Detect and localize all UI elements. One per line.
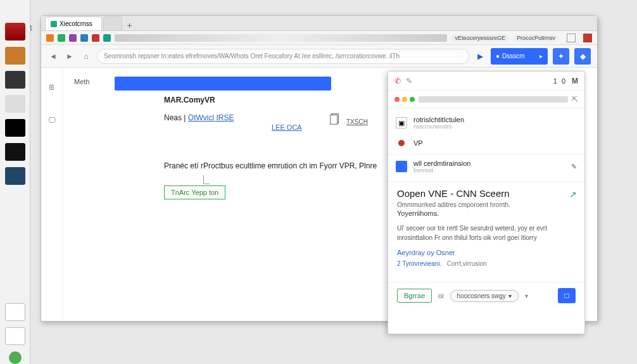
item-app-icon xyxy=(396,161,407,172)
close-icon[interactable] xyxy=(394,97,400,102)
minimize-icon[interactable] xyxy=(402,97,407,102)
highlight-banner[interactable] xyxy=(115,77,331,91)
item-record-icon xyxy=(396,137,407,149)
taskbar-app-9[interactable] xyxy=(5,327,25,345)
address-bar[interactable]: Seomronsh repsner tn:eates efrefrnoves/W… xyxy=(97,49,469,64)
browser-toolbar: ◄ ► ⌂ Seomronsh repsner tn:eates efrefrn… xyxy=(41,45,597,68)
panel-item-2[interactable]: VP xyxy=(388,134,584,153)
side-panel-subheader: ⇱ xyxy=(388,91,584,108)
chevron-down-icon[interactable]: ▾ xyxy=(525,292,528,299)
home-button[interactable]: ⌂ xyxy=(80,51,92,62)
panel-list: ▣ rotrisIchtitIctulen nsscrocnenstrs VP … xyxy=(388,108,584,181)
taskbar-app-1[interactable] xyxy=(5,23,25,41)
bookmark-icon[interactable] xyxy=(58,34,65,42)
bookmark-icon[interactable] xyxy=(103,34,111,42)
left-rail: 🗎 🖵 xyxy=(41,68,63,321)
panel-subtitle2: Yoyerriihoms. xyxy=(397,210,576,217)
bookmark-bar: vEteoceryesssreGE PrococPutIrnsv xyxy=(41,31,597,45)
link-leeoca[interactable]: LEE OCA xyxy=(272,123,302,131)
pill-dot: ● xyxy=(496,53,500,60)
panel-item-1[interactable]: ▣ rotrisIchtitIctulen nsscrocnenstrs xyxy=(388,112,584,134)
panel-meta-grey: Corrt,virrusion xyxy=(447,260,487,267)
side-panel: ✆ ✎ 1 0 M ⇱ ▣ rotrisIchtitIctulen nsscro… xyxy=(388,71,585,334)
tab-label: Xiecotcrnss xyxy=(60,20,92,27)
panel-body: Oopen VNE - CNN Sceern ↗ Ommmurrked adit… xyxy=(388,181,584,282)
taskbar-app-10[interactable] xyxy=(9,351,22,364)
right-tab-1[interactable]: vEteoceryesssreGE xyxy=(451,34,509,42)
subheading-link[interactable]: OtWvicl IRSE xyxy=(188,113,234,122)
extension-pill[interactable]: ● Dssscm ▸ xyxy=(491,48,548,65)
tag-box[interactable]: TnArc Yepp ton xyxy=(164,185,225,199)
bookmark-icon[interactable] xyxy=(46,34,54,42)
anchor-line xyxy=(203,175,210,184)
divider xyxy=(388,154,584,154)
back-button[interactable]: ◄ xyxy=(47,51,59,62)
primary-action-button[interactable]: Bgrrae xyxy=(397,289,432,303)
edit-icon[interactable]: ✎ xyxy=(406,77,412,85)
link-txsch[interactable]: TXSCH xyxy=(346,118,368,125)
paragraph: Pranéc etí rProctbus ecultlime emrution … xyxy=(164,161,377,170)
panel-title-blurred xyxy=(419,96,568,103)
taskbar-app-7[interactable] xyxy=(5,167,25,185)
taskbar-app-4[interactable] xyxy=(5,95,25,113)
chevron-down-icon: ▾ xyxy=(508,292,512,299)
subheading-prefix: Neas | xyxy=(164,113,186,122)
close-window-icon[interactable] xyxy=(583,34,592,42)
browser-tab-inactive[interactable] xyxy=(103,16,122,30)
panel-m-icon[interactable]: M xyxy=(572,77,578,85)
open-external-icon[interactable]: ↗ xyxy=(569,189,577,199)
item-subtitle: bsnnsst xyxy=(413,167,470,173)
taskbar-app-6[interactable] xyxy=(5,143,25,161)
panel-item-3[interactable]: wll cerdmtirainsion bsnnsst ✎ xyxy=(388,156,584,177)
new-tab-button[interactable]: + xyxy=(123,20,136,30)
dropdown-pill[interactable]: hoocosners swgy ▾ xyxy=(450,290,519,302)
bookmark-icon[interactable] xyxy=(69,34,77,42)
panel-title: Oopen VNE - CNN Sceern ↗ xyxy=(397,188,576,199)
panel-subtitle1: Ommmurrked aditres cmporoent hrorrth. xyxy=(397,201,576,208)
item-title: VP xyxy=(413,139,423,147)
phone-icon[interactable]: ✆ xyxy=(394,77,401,85)
pin-icon[interactable]: ⇱ xyxy=(572,95,578,104)
toolbar-icon-2[interactable]: ◆ xyxy=(574,48,591,65)
taskbar-app-2[interactable] xyxy=(5,47,25,65)
flag-icon[interactable] xyxy=(567,34,576,42)
taskbar-app-5[interactable] xyxy=(5,119,25,137)
panel-link[interactable]: Aeyrdray oy Osner xyxy=(397,249,576,256)
document-stack-icon[interactable] xyxy=(329,112,343,126)
rail-display-icon[interactable]: 🖵 xyxy=(48,116,56,125)
taskbar-app-3[interactable] xyxy=(5,71,25,89)
svg-rect-1 xyxy=(331,115,337,125)
panel-title-text: Oopen VNE - CNN Sceern xyxy=(397,188,510,199)
secondary-label: oi xyxy=(438,292,444,299)
side-panel-header: ✆ ✎ 1 0 M xyxy=(388,72,584,91)
bookmark-icon[interactable] xyxy=(92,34,99,42)
right-tab-2[interactable]: PrococPutIrnsv xyxy=(513,34,559,42)
play-icon[interactable]: ▶ xyxy=(474,51,486,62)
maximize-icon[interactable] xyxy=(410,97,415,102)
panel-actions: Bgrrae oi hoocosners swgy ▾ ▾ □ xyxy=(388,282,584,308)
pill-label: hoocosners swgy xyxy=(457,292,506,299)
tab-strip: Xiecotcrnss + xyxy=(41,16,597,31)
bookmark-icon[interactable] xyxy=(80,34,88,42)
bookmark-overflow xyxy=(115,34,447,42)
page-heading: MAR.ComyVR xyxy=(164,96,215,104)
tab-favicon xyxy=(51,21,57,27)
os-taskbar xyxy=(0,0,30,364)
panel-description: Ul' secoer oor trir rertl Sle sesrutrd w… xyxy=(397,223,576,242)
side-label: Meth xyxy=(74,78,89,85)
panel-meta: 2 Tyrovrevieani. Corrt,virrusion xyxy=(397,260,576,267)
taskbar-app-8[interactable] xyxy=(5,303,25,321)
item-doc-icon: ▣ xyxy=(396,117,407,129)
traffic-lights xyxy=(394,97,415,102)
pill-label: Dssscm xyxy=(502,53,525,60)
window-controls-area: vEteoceryesssreGE PrococPutIrnsv xyxy=(451,34,559,42)
item-subtitle: nsscrocnenstrs xyxy=(413,123,464,130)
browser-tab-active[interactable]: Xiecotcrnss xyxy=(45,16,102,30)
submit-button[interactable]: □ xyxy=(558,288,576,303)
rail-doc-icon[interactable]: 🗎 xyxy=(48,83,56,92)
panel-meta-count[interactable]: 2 Tyrovrevieani. xyxy=(397,260,441,267)
toolbar-icon-1[interactable]: ✦ xyxy=(553,48,569,65)
subheading-row: Neas | OtWvicl IRSE xyxy=(164,113,234,122)
item-edit-icon[interactable]: ✎ xyxy=(571,163,577,171)
forward-button[interactable]: ► xyxy=(64,51,75,62)
